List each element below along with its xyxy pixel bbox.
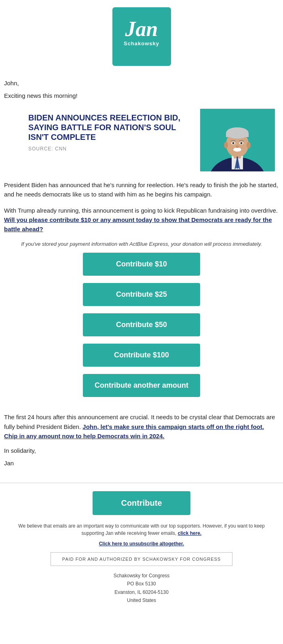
solidarity: In solidarity, — [4, 447, 279, 454]
contribute-buttons: Contribute $10 Contribute $25 Contribute… — [16, 253, 267, 404]
footer-paid-box: PAID FOR AND AUTHORIZED BY SCHAKOWSKY FO… — [51, 552, 232, 566]
news-source: SOURCE: CNN — [28, 146, 194, 152]
svg-point-13 — [224, 142, 228, 148]
actblue-note: If you've stored your payment informatio… — [16, 241, 267, 247]
svg-point-14 — [247, 142, 251, 148]
closing-para: The first 24 hours after this announceme… — [4, 412, 279, 441]
greeting: John, — [4, 80, 279, 87]
news-image — [200, 109, 275, 171]
svg-point-10 — [232, 142, 234, 144]
svg-point-15 — [236, 146, 239, 148]
logo-box: Jan Schakowsky — [112, 7, 171, 66]
contribute-100-button[interactable]: Contribute $100 — [83, 344, 200, 367]
email-wrapper: Jan Schakowsky John, Exciting news this … — [0, 0, 283, 612]
body-content: John, Exciting news this morning! BIDEN … — [0, 73, 283, 467]
para-1: President Biden has announced that he's … — [4, 180, 279, 199]
para-2: With Trump already running, this announc… — [4, 206, 279, 234]
contribute-25-button[interactable]: Contribute $25 — [83, 283, 200, 306]
svg-point-12 — [233, 148, 241, 152]
footer-contribute-button[interactable]: Contribute — [93, 491, 190, 515]
news-text-block: BIDEN ANNOUNCES REELECTION BID, SAYING B… — [28, 109, 200, 171]
logo-schakowsky: Schakowsky — [112, 40, 171, 46]
logo-jan: Jan — [112, 19, 171, 40]
svg-point-11 — [241, 142, 243, 144]
footer-unsubscribe: Click here to unsubscribe altogether. — [12, 541, 271, 547]
address-line-1: Schakowsky for Congress — [12, 572, 271, 580]
signature: Jan — [4, 460, 279, 467]
footer-address: Schakowsky for Congress PO Box 5130 Evan… — [12, 572, 271, 605]
footer-note: We believe that emails are an important … — [12, 522, 271, 537]
email-header: Jan Schakowsky — [0, 0, 283, 73]
footer-fewer-emails-link[interactable]: click here. — [178, 530, 202, 536]
svg-rect-7 — [226, 133, 249, 137]
footer-divider — [0, 483, 283, 483]
footer: Contribute We believe that emails are an… — [0, 491, 283, 612]
address-line-3: Evanston, IL 60204-5130 — [12, 588, 271, 596]
contribute-10-button[interactable]: Contribute $10 — [83, 253, 200, 276]
news-headline: BIDEN ANNOUNCES REELECTION BID, SAYING B… — [28, 113, 194, 142]
unsubscribe-link[interactable]: Click here to unsubscribe altogether. — [99, 541, 184, 547]
contribute-other-button[interactable]: Contribute another amount — [83, 374, 200, 397]
exciting-news: Exciting news this morning! — [4, 92, 279, 99]
contribute-50-button[interactable]: Contribute $50 — [83, 313, 200, 336]
address-line-4: United States — [12, 596, 271, 604]
news-card: BIDEN ANNOUNCES REELECTION BID, SAYING B… — [28, 109, 275, 171]
footer-note-text: We believe that emails are an important … — [18, 523, 264, 536]
paid-for-text: PAID FOR AND AUTHORIZED BY SCHAKOWSKY FO… — [62, 557, 221, 562]
para-2-text: With Trump already running, this announc… — [4, 207, 278, 214]
contribute-link[interactable]: Will you please contribute $10 or any am… — [4, 216, 272, 232]
address-line-2: PO Box 5130 — [12, 580, 271, 588]
